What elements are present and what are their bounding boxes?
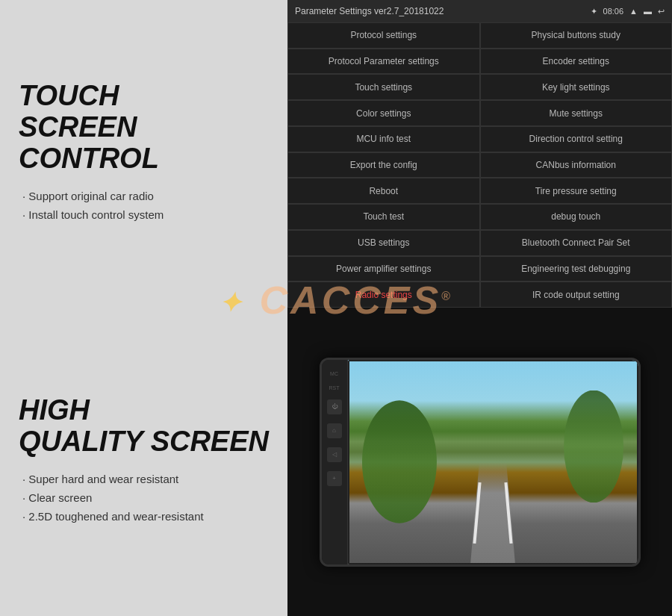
list-item: Install touch control system xyxy=(19,208,269,221)
setting-protocol-param[interactable]: Protocol Parameter settings xyxy=(287,49,480,75)
setting-tire[interactable]: Tire pressure setting xyxy=(480,178,673,204)
volume-button[interactable]: + xyxy=(327,471,342,486)
setting-encoder[interactable]: Encoder settings xyxy=(480,49,673,75)
list-item: 2.5D toughened and wear-resistant xyxy=(19,510,269,523)
touch-features-list: Support original car radio Install touch… xyxy=(19,190,269,227)
setting-physical-buttons[interactable]: Physical buttons study xyxy=(480,22,673,49)
bottom-section: HIGH QUALITY SCREEN Super hard and wear … xyxy=(0,308,672,616)
setting-reboot[interactable]: Reboot xyxy=(287,178,480,204)
setting-mcu[interactable]: MCU info test xyxy=(287,126,480,152)
setting-mute[interactable]: Mute settings xyxy=(480,100,673,126)
setting-usb[interactable]: USB settings xyxy=(287,230,480,256)
setting-power-amp[interactable]: Power amplifier settings xyxy=(287,256,480,282)
back-icon: ↩ xyxy=(658,7,665,16)
wifi-icon: ▲ xyxy=(629,7,638,16)
device-side-panel: MC RST ⏻ ⌂ ◁ + xyxy=(322,360,348,564)
device-showcase: MC RST ⏻ ⌂ ◁ + xyxy=(287,308,672,616)
setting-engineering[interactable]: Engineering test debugging xyxy=(480,256,673,282)
setting-export[interactable]: Export the config xyxy=(287,152,480,178)
touch-screen-panel: TOUCH SCREEN CONTROL Support original ca… xyxy=(0,0,287,308)
trees-left xyxy=(362,400,437,523)
setting-direction[interactable]: Direction control setting xyxy=(480,126,673,152)
setting-canbus[interactable]: CANbus information xyxy=(480,152,673,178)
setting-debug[interactable]: debug touch xyxy=(480,204,673,230)
list-item: Clear screen xyxy=(19,491,269,504)
rst-label: RST xyxy=(327,385,342,391)
setting-radio[interactable]: Radio settings xyxy=(287,281,480,308)
road-scene xyxy=(348,360,638,564)
time-display: 08:06 xyxy=(603,7,624,16)
bluetooth-icon: ✦ xyxy=(591,7,597,16)
setting-touch-test[interactable]: Touch test xyxy=(287,204,480,230)
setting-ir-code[interactable]: IR code output setting xyxy=(480,281,673,308)
screen-title: Parameter Settings ver2.7_20181022 xyxy=(295,6,444,16)
car-radio-device: MC RST ⏻ ⌂ ◁ + xyxy=(320,358,641,567)
top-title: TOUCH SCREEN CONTROL xyxy=(19,81,269,174)
setting-key-light[interactable]: Key light settings xyxy=(480,74,673,100)
setting-touch[interactable]: Touch settings xyxy=(287,74,480,100)
list-item: Super hard and wear resistant xyxy=(19,473,269,485)
settings-screen: Parameter Settings ver2.7_20181022 ✦ 08:… xyxy=(287,0,672,308)
home-button[interactable]: ⌂ xyxy=(327,423,342,438)
setting-bluetooth[interactable]: Bluetooth Connect Pair Set xyxy=(480,230,673,256)
mc-label: MC xyxy=(327,371,342,376)
header-icons: ✦ 08:06 ▲ ▬ ↩ xyxy=(591,7,665,16)
quality-screen-panel: HIGH QUALITY SCREEN Super hard and wear … xyxy=(0,308,287,616)
power-button[interactable]: ⏻ xyxy=(327,399,342,414)
trees-right xyxy=(564,391,623,503)
quality-features-list: Super hard and wear resistant Clear scre… xyxy=(19,473,269,529)
minimize-icon: ▬ xyxy=(644,7,652,16)
setting-color[interactable]: Color settings xyxy=(287,100,480,126)
list-item: Support original car radio xyxy=(19,190,269,202)
setting-protocol[interactable]: Protocol settings xyxy=(287,22,480,49)
device-screen xyxy=(348,360,638,564)
screen-header: Parameter Settings ver2.7_20181022 ✦ 08:… xyxy=(287,0,672,22)
settings-grid: Protocol settings Physical buttons study… xyxy=(287,22,672,308)
top-section: TOUCH SCREEN CONTROL Support original ca… xyxy=(0,0,672,308)
bottom-title: HIGH QUALITY SCREEN xyxy=(19,395,269,458)
back-button[interactable]: ◁ xyxy=(327,447,342,462)
